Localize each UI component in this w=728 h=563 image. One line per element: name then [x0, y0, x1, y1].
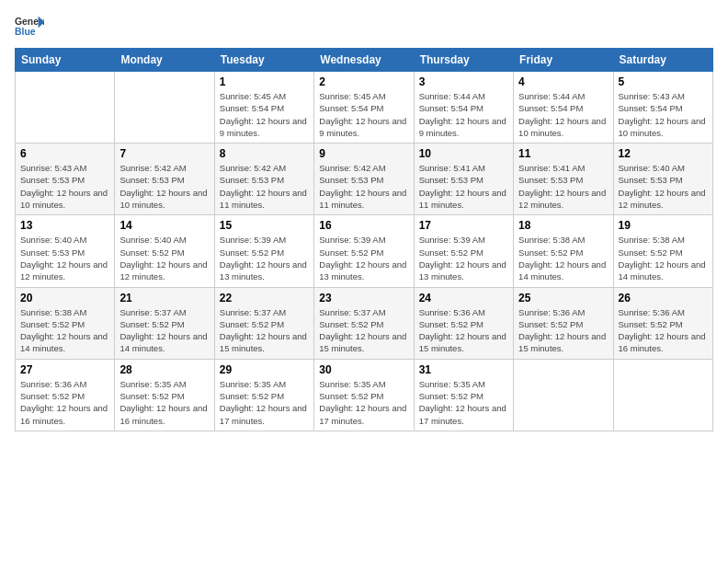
day-number: 14 — [119, 219, 209, 232]
calendar-cell: 22Sunrise: 5:37 AM Sunset: 5:52 PM Dayli… — [214, 287, 313, 359]
day-info: Sunrise: 5:38 AM Sunset: 5:52 PM Dayligh… — [518, 234, 608, 282]
day-info: Sunrise: 5:42 AM Sunset: 5:53 PM Dayligh… — [319, 162, 408, 211]
day-info: Sunrise: 5:43 AM Sunset: 5:53 PM Dayligh… — [20, 162, 109, 211]
day-number: 16 — [319, 219, 408, 232]
day-info: Sunrise: 5:39 AM Sunset: 5:52 PM Dayligh… — [419, 234, 508, 282]
weekday-header-sunday: Sunday — [16, 49, 115, 72]
day-info: Sunrise: 5:40 AM Sunset: 5:53 PM Dayligh… — [619, 162, 708, 211]
day-number: 23 — [319, 292, 408, 304]
calendar-cell: 14Sunrise: 5:40 AM Sunset: 5:52 PM Dayli… — [115, 215, 214, 287]
calendar-cell: 2Sunrise: 5:45 AM Sunset: 5:54 PM Daylig… — [314, 72, 414, 144]
day-number: 1 — [220, 75, 309, 88]
calendar-cell: 9Sunrise: 5:42 AM Sunset: 5:53 PM Daylig… — [314, 144, 414, 215]
day-info: Sunrise: 5:36 AM Sunset: 5:52 PM Dayligh… — [619, 306, 708, 355]
day-number: 22 — [220, 292, 309, 304]
calendar-cell: 11Sunrise: 5:41 AM Sunset: 5:53 PM Dayli… — [514, 144, 613, 215]
day-number: 30 — [319, 363, 408, 376]
calendar-cell — [16, 72, 115, 144]
calendar-cell: 26Sunrise: 5:36 AM Sunset: 5:52 PM Dayli… — [613, 287, 712, 359]
day-info: Sunrise: 5:44 AM Sunset: 5:54 PM Dayligh… — [419, 90, 508, 139]
day-info: Sunrise: 5:36 AM Sunset: 5:52 PM Dayligh… — [20, 378, 109, 427]
weekday-header-thursday: Thursday — [414, 49, 513, 72]
day-number: 12 — [619, 147, 708, 160]
calendar-cell: 28Sunrise: 5:35 AM Sunset: 5:52 PM Dayli… — [115, 359, 214, 431]
day-info: Sunrise: 5:36 AM Sunset: 5:52 PM Dayligh… — [419, 306, 508, 355]
calendar-week-row: 6Sunrise: 5:43 AM Sunset: 5:53 PM Daylig… — [16, 144, 713, 215]
weekday-header-monday: Monday — [115, 49, 214, 72]
day-number: 8 — [220, 147, 309, 160]
calendar-cell — [115, 72, 214, 144]
day-info: Sunrise: 5:40 AM Sunset: 5:52 PM Dayligh… — [119, 234, 209, 282]
day-info: Sunrise: 5:35 AM Sunset: 5:52 PM Dayligh… — [119, 378, 209, 427]
day-number: 21 — [119, 292, 209, 304]
day-info: Sunrise: 5:35 AM Sunset: 5:52 PM Dayligh… — [419, 378, 508, 427]
day-info: Sunrise: 5:40 AM Sunset: 5:53 PM Dayligh… — [20, 234, 109, 282]
day-info: Sunrise: 5:35 AM Sunset: 5:52 PM Dayligh… — [220, 378, 309, 427]
calendar-cell: 6Sunrise: 5:43 AM Sunset: 5:53 PM Daylig… — [16, 144, 115, 215]
weekday-header-saturday: Saturday — [613, 49, 712, 72]
day-number: 31 — [419, 363, 508, 376]
calendar-cell: 27Sunrise: 5:36 AM Sunset: 5:52 PM Dayli… — [16, 359, 115, 431]
weekday-header-friday: Friday — [514, 49, 613, 72]
calendar-cell: 16Sunrise: 5:39 AM Sunset: 5:52 PM Dayli… — [314, 215, 414, 287]
calendar-cell: 23Sunrise: 5:37 AM Sunset: 5:52 PM Dayli… — [314, 287, 414, 359]
day-number: 26 — [619, 292, 708, 304]
day-number: 5 — [619, 75, 708, 88]
day-number: 13 — [20, 219, 109, 232]
calendar-cell: 8Sunrise: 5:42 AM Sunset: 5:53 PM Daylig… — [214, 144, 313, 215]
day-info: Sunrise: 5:42 AM Sunset: 5:53 PM Dayligh… — [119, 162, 209, 211]
calendar-cell: 20Sunrise: 5:38 AM Sunset: 5:52 PM Dayli… — [16, 287, 115, 359]
calendar-cell: 31Sunrise: 5:35 AM Sunset: 5:52 PM Dayli… — [414, 359, 513, 431]
day-number: 3 — [419, 75, 508, 88]
calendar-cell: 4Sunrise: 5:44 AM Sunset: 5:54 PM Daylig… — [514, 72, 613, 144]
day-info: Sunrise: 5:41 AM Sunset: 5:53 PM Dayligh… — [419, 162, 508, 211]
calendar-cell: 15Sunrise: 5:39 AM Sunset: 5:52 PM Dayli… — [214, 215, 313, 287]
calendar-cell: 17Sunrise: 5:39 AM Sunset: 5:52 PM Dayli… — [414, 215, 513, 287]
calendar-cell: 1Sunrise: 5:45 AM Sunset: 5:54 PM Daylig… — [214, 72, 313, 144]
weekday-header-tuesday: Tuesday — [214, 49, 313, 72]
day-number: 6 — [20, 147, 109, 160]
day-info: Sunrise: 5:41 AM Sunset: 5:53 PM Dayligh… — [518, 162, 608, 211]
day-number: 24 — [419, 292, 508, 304]
day-number: 7 — [119, 147, 209, 160]
day-info: Sunrise: 5:37 AM Sunset: 5:52 PM Dayligh… — [319, 306, 408, 355]
day-info: Sunrise: 5:38 AM Sunset: 5:52 PM Dayligh… — [20, 306, 109, 355]
calendar-cell: 13Sunrise: 5:40 AM Sunset: 5:53 PM Dayli… — [16, 215, 115, 287]
day-info: Sunrise: 5:45 AM Sunset: 5:54 PM Dayligh… — [319, 90, 408, 139]
calendar-cell: 18Sunrise: 5:38 AM Sunset: 5:52 PM Dayli… — [514, 215, 613, 287]
day-info: Sunrise: 5:38 AM Sunset: 5:52 PM Dayligh… — [619, 234, 708, 282]
day-number: 10 — [419, 147, 508, 160]
day-number: 4 — [518, 75, 608, 88]
day-number: 18 — [518, 219, 608, 232]
day-info: Sunrise: 5:45 AM Sunset: 5:54 PM Dayligh… — [220, 90, 309, 139]
calendar-table: SundayMondayTuesdayWednesdayThursdayFrid… — [15, 48, 713, 431]
day-info: Sunrise: 5:36 AM Sunset: 5:52 PM Dayligh… — [518, 306, 608, 355]
day-info: Sunrise: 5:37 AM Sunset: 5:52 PM Dayligh… — [220, 306, 309, 355]
day-number: 15 — [220, 219, 309, 232]
day-number: 9 — [319, 147, 408, 160]
weekday-header-row: SundayMondayTuesdayWednesdayThursdayFrid… — [16, 49, 713, 72]
calendar-cell: 24Sunrise: 5:36 AM Sunset: 5:52 PM Dayli… — [414, 287, 513, 359]
day-number: 2 — [319, 75, 408, 88]
header: General Blue — [15, 15, 713, 40]
day-info: Sunrise: 5:35 AM Sunset: 5:52 PM Dayligh… — [319, 378, 408, 427]
calendar-cell: 19Sunrise: 5:38 AM Sunset: 5:52 PM Dayli… — [613, 215, 712, 287]
day-info: Sunrise: 5:39 AM Sunset: 5:52 PM Dayligh… — [319, 234, 408, 282]
day-number: 20 — [20, 292, 109, 304]
day-info: Sunrise: 5:44 AM Sunset: 5:54 PM Dayligh… — [518, 90, 608, 139]
day-info: Sunrise: 5:39 AM Sunset: 5:52 PM Dayligh… — [220, 234, 309, 282]
calendar-cell: 29Sunrise: 5:35 AM Sunset: 5:52 PM Dayli… — [214, 359, 313, 431]
svg-text:Blue: Blue — [15, 27, 36, 37]
day-info: Sunrise: 5:37 AM Sunset: 5:52 PM Dayligh… — [119, 306, 209, 355]
day-number: 17 — [419, 219, 508, 232]
day-info: Sunrise: 5:43 AM Sunset: 5:54 PM Dayligh… — [619, 90, 708, 139]
day-number: 29 — [220, 363, 309, 376]
day-number: 19 — [619, 219, 708, 232]
weekday-header-wednesday: Wednesday — [314, 49, 414, 72]
calendar-cell: 10Sunrise: 5:41 AM Sunset: 5:53 PM Dayli… — [414, 144, 513, 215]
calendar-week-row: 27Sunrise: 5:36 AM Sunset: 5:52 PM Dayli… — [16, 359, 713, 431]
calendar-cell: 25Sunrise: 5:36 AM Sunset: 5:52 PM Dayli… — [514, 287, 613, 359]
day-info: Sunrise: 5:42 AM Sunset: 5:53 PM Dayligh… — [220, 162, 309, 211]
calendar-cell — [514, 359, 613, 431]
calendar-cell: 7Sunrise: 5:42 AM Sunset: 5:53 PM Daylig… — [115, 144, 214, 215]
